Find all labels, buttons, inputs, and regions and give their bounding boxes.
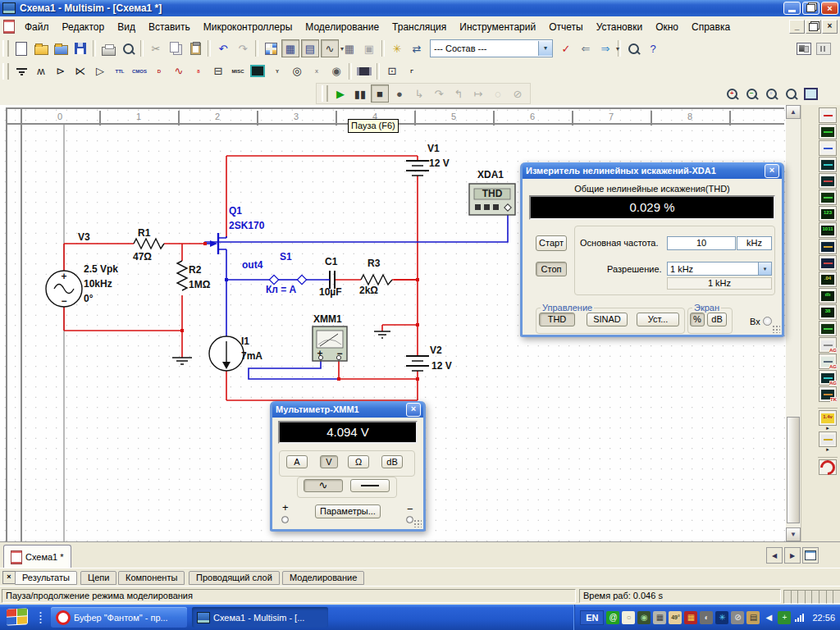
positive-terminal-icon[interactable]: [281, 516, 289, 523]
run-to-cursor-button[interactable]: ↦: [469, 84, 487, 103]
distortion-analyzer-tool[interactable]: ıllı: [819, 288, 837, 304]
menu-help[interactable]: Справка: [685, 19, 737, 35]
tab-results[interactable]: Результаты: [15, 571, 77, 585]
dialog-close-icon[interactable]: ×: [765, 164, 779, 178]
labview-instruments-tool[interactable]: [819, 431, 837, 447]
oscilloscope-tool[interactable]: [819, 157, 837, 172]
toolbar-handle[interactable]: [322, 85, 328, 102]
place-misc-digital-button[interactable]: D: [150, 62, 168, 80]
negative-terminal-icon[interactable]: [406, 516, 413, 523]
tab-scroll-right-icon[interactable]: ▶: [784, 547, 801, 564]
resistor-r2[interactable]: [177, 261, 187, 290]
label-i1[interactable]: I1: [241, 336, 249, 347]
panel-close-icon[interactable]: ×: [2, 571, 16, 584]
task-opera[interactable]: Буфер "Фантом" - пр...: [51, 607, 187, 628]
combo-dropdown-icon[interactable]: ▾: [538, 41, 552, 56]
run-simulation-button[interactable]: ▶: [331, 84, 349, 103]
agilent-function-generator-tool[interactable]: AG: [819, 337, 837, 353]
tray-email-icon[interactable]: @: [606, 611, 619, 624]
distortion-analyzer-xda1[interactable]: THD: [469, 184, 515, 215]
place-source-button[interactable]: [12, 62, 30, 80]
volt-button[interactable]: V: [320, 455, 338, 468]
menu-mcu[interactable]: Микроконтроллеры: [197, 19, 299, 35]
menu-view[interactable]: Вид: [111, 19, 142, 35]
start-button[interactable]: Старт: [536, 235, 567, 251]
label-v2[interactable]: V2: [430, 345, 442, 356]
dialog-close-icon[interactable]: ×: [406, 403, 421, 417]
logic-converter-tool[interactable]: [819, 255, 837, 271]
tektronix-oscilloscope-tool[interactable]: TK: [819, 386, 837, 402]
find-button[interactable]: [624, 39, 642, 57]
task-multisim[interactable]: Схема1 - Multisim - [...: [192, 607, 328, 628]
menu-transfer[interactable]: Трансляция: [386, 19, 453, 35]
freq-unit-box[interactable]: kHz: [737, 236, 772, 250]
document-icon[interactable]: [3, 20, 15, 34]
resize-grip[interactable]: [413, 519, 422, 527]
resize-grip[interactable]: [772, 325, 780, 333]
label-c1[interactable]: C1: [325, 256, 338, 267]
label-v3-phase[interactable]: 0°: [84, 293, 94, 304]
print-button[interactable]: [99, 39, 117, 57]
close-button[interactable]: ×: [821, 2, 838, 15]
measurement-probe-tool[interactable]: 1.4v: [819, 410, 837, 426]
label-xmm1[interactable]: XMM1: [313, 313, 342, 325]
place-analog-button[interactable]: ▷: [91, 62, 109, 80]
tray-nvidia-icon[interactable]: ◉: [637, 611, 651, 624]
vertical-scrollbar[interactable]: ▲ ▼: [786, 105, 801, 541]
stop-button[interactable]: Стоп: [536, 262, 567, 276]
place-electromechanical-button[interactable]: ◎: [288, 62, 306, 80]
paste-button[interactable]: [186, 39, 204, 57]
run-switch-button[interactable]: [795, 39, 813, 57]
window-list-icon[interactable]: [802, 547, 819, 564]
scrollbar-thumb[interactable]: [787, 417, 800, 523]
mdi-close-button[interactable]: ×: [822, 20, 838, 34]
tray-signal-icon[interactable]: [793, 611, 806, 624]
settings-button[interactable]: Уст...: [637, 313, 679, 326]
word-generator-tool[interactable]: 1011: [819, 222, 837, 238]
tray-scheduler-icon[interactable]: ▦: [684, 611, 697, 624]
ac-source-v3[interactable]: + −: [46, 271, 82, 307]
breakpoint-button[interactable]: ●: [390, 84, 409, 103]
label-xda1[interactable]: XDA1: [477, 169, 504, 180]
hierarchical-block-button[interactable]: ⊡: [383, 62, 401, 80]
design-toolbox-button[interactable]: [262, 39, 280, 57]
scroll-up-icon[interactable]: ▲: [786, 105, 801, 119]
open-button[interactable]: [32, 39, 50, 57]
step-out-button[interactable]: ↰: [450, 84, 468, 103]
place-mixed-button[interactable]: ∿: [170, 62, 188, 80]
menu-simulate[interactable]: Моделирование: [299, 19, 386, 35]
cut-button[interactable]: ✂: [147, 39, 165, 57]
menu-options[interactable]: Установки: [590, 19, 649, 35]
tray-audio-device-icon[interactable]: ▤: [746, 611, 760, 624]
tab-components[interactable]: Компоненты: [118, 571, 185, 585]
ground-1[interactable]: [172, 358, 192, 364]
ground-2[interactable]: [374, 331, 390, 338]
mdi-restore-button[interactable]: [806, 20, 821, 34]
multimeter-xmm1[interactable]: + −: [313, 326, 347, 361]
agilent-oscilloscope-tool[interactable]: AG: [819, 370, 837, 386]
clock[interactable]: 22:56: [812, 613, 835, 623]
label-q1[interactable]: Q1: [229, 205, 242, 217]
fundamental-freq-input[interactable]: 10: [667, 236, 736, 250]
menu-file[interactable]: Файл: [18, 19, 56, 35]
dc-mode-button[interactable]: [350, 479, 390, 492]
pause-switch-button[interactable]: [815, 39, 833, 57]
open-samples-button[interactable]: [52, 39, 70, 57]
tab-copper-layer[interactable]: Проводящий слой: [189, 571, 280, 585]
dialog-title-bar[interactable]: Мультиметр-XMM1 ×: [272, 401, 423, 418]
step-into-button[interactable]: ↳: [410, 84, 428, 103]
resistor-r3[interactable]: [361, 275, 392, 285]
erc-check-button[interactable]: ✓: [557, 39, 575, 57]
input-terminal-icon[interactable]: [763, 317, 772, 326]
label-v3[interactable]: V3: [78, 231, 90, 243]
toggle-grid-button[interactable]: ▦: [281, 39, 299, 57]
label-v1[interactable]: V1: [427, 143, 440, 154]
grapher-button[interactable]: ∿▾: [321, 39, 339, 57]
label-r3-value[interactable]: 2kΩ: [359, 285, 378, 296]
db-button[interactable]: dB: [707, 313, 727, 326]
label-r2-value[interactable]: 1MΩ: [189, 279, 211, 290]
label-s1-key[interactable]: Кл = A: [266, 284, 297, 295]
function-generator-tool[interactable]: [819, 124, 837, 139]
place-ttl-button[interactable]: TTL: [111, 62, 129, 80]
zoom-area-button[interactable]: ▫: [762, 84, 780, 103]
